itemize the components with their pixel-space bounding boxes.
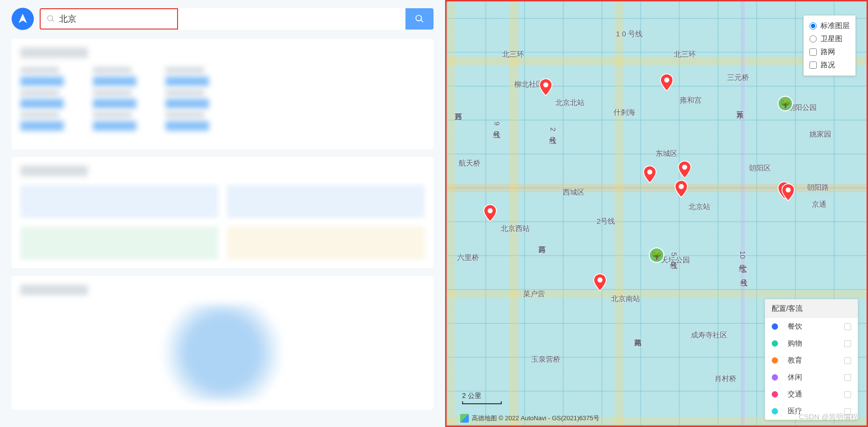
svg-point-5 xyxy=(679,184,684,189)
map-label: 航天桥 xyxy=(459,159,480,168)
svg-point-7 xyxy=(786,187,791,193)
map-panel[interactable]: 北三环柳北社区西三环北京北站什刹海雍和宫北三环三元桥东三环朝阳公园航天桥东城区朝… xyxy=(445,0,868,427)
legend-item[interactable]: 餐饮 xyxy=(765,318,858,335)
legend-dot-icon xyxy=(772,323,778,330)
map-label: 什刹海 xyxy=(614,108,635,117)
search-icon xyxy=(46,15,55,23)
svg-point-8 xyxy=(598,277,603,283)
map-label: 2号线 xyxy=(597,217,615,226)
svg-point-0 xyxy=(543,82,549,88)
map-label: 朝阳区 xyxy=(749,164,771,173)
legend-label: 餐饮 xyxy=(788,322,835,331)
legend-item[interactable]: 休闲 xyxy=(765,369,858,386)
map-label: 9号线 xyxy=(492,122,501,125)
layer-satellite[interactable]: 卫星图 xyxy=(809,32,850,46)
map-label: 北三环 xyxy=(502,50,524,59)
legend-panel: 配置/客流 餐饮购物教育休闲交通医疗 xyxy=(765,299,858,420)
map-label: 北京南站 xyxy=(611,294,640,304)
search-button[interactable] xyxy=(405,8,434,30)
legend-dot-icon xyxy=(772,357,778,364)
map-label: 北京西站 xyxy=(501,224,530,233)
map-label: 北三环 xyxy=(674,50,696,59)
park-icon: 🌳 xyxy=(778,96,793,111)
blurred-title xyxy=(20,47,88,58)
map-label: 1 0 号线 xyxy=(616,30,643,39)
map-label: 5号线 xyxy=(669,252,678,256)
legend-dot-icon xyxy=(772,408,778,414)
watermark: CSDN @简明编程 xyxy=(799,412,858,422)
map-label: 朝阳路 xyxy=(807,183,829,192)
map-label: 东城区 xyxy=(656,149,677,158)
scale-bar: 2 公里 xyxy=(462,392,502,404)
search-bar xyxy=(12,8,434,30)
layer-control[interactable]: 标准图层 卫星图 路网 路况 xyxy=(803,15,856,76)
layer-traffic[interactable]: 路况 xyxy=(809,59,850,72)
legend-dot-icon xyxy=(772,340,778,347)
map-marker[interactable] xyxy=(483,204,497,222)
left-panel xyxy=(0,0,445,427)
svg-point-1 xyxy=(664,77,670,83)
search-input[interactable] xyxy=(59,14,171,24)
search-icon xyxy=(415,14,424,24)
map-label: 肖村桥 xyxy=(715,374,736,383)
app-logo[interactable] xyxy=(12,8,34,30)
layer-standard[interactable]: 标准图层 xyxy=(809,19,850,32)
map-label: 西城区 xyxy=(563,188,584,197)
svg-point-2 xyxy=(488,208,493,214)
map-marker[interactable] xyxy=(781,183,795,201)
map-label: 六里桥 xyxy=(457,253,479,262)
legend-item[interactable]: 购物 xyxy=(765,335,858,352)
map-marker[interactable] xyxy=(643,166,657,183)
park-icon: 🌳 xyxy=(649,247,664,263)
map-label: 北京北站 xyxy=(555,98,584,107)
map-label: 姚家园 xyxy=(809,130,831,139)
svg-point-3 xyxy=(647,169,653,175)
map-label: 玉泉营桥 xyxy=(531,355,560,364)
legend-title: 配置/客流 xyxy=(765,299,858,318)
blurred-title xyxy=(20,166,88,176)
legend-label: 购物 xyxy=(788,339,835,348)
map-label: 14号线 xyxy=(739,265,748,274)
result-card-1 xyxy=(12,39,434,149)
map-marker[interactable] xyxy=(674,180,688,198)
map-attribution: 高德地图 © 2022 AutoNavi - GS(2021)6375号 xyxy=(460,414,599,423)
legend-checkbox[interactable] xyxy=(844,357,851,364)
legend-label: 休闲 xyxy=(788,373,835,382)
map-label: 菜户营 xyxy=(523,290,545,299)
legend-dot-icon xyxy=(772,391,778,397)
map-marker[interactable] xyxy=(678,161,691,178)
blurred-title xyxy=(20,285,88,295)
layer-roadnet[interactable]: 路网 xyxy=(809,46,850,59)
legend-checkbox[interactable] xyxy=(844,391,851,398)
legend-checkbox[interactable] xyxy=(844,374,851,381)
map-marker[interactable] xyxy=(539,78,553,96)
map-label: 北京站 xyxy=(688,202,710,212)
search-extra-space xyxy=(178,8,405,30)
legend-item[interactable]: 教育 xyxy=(765,352,858,369)
search-input-wrap[interactable] xyxy=(40,8,178,30)
map-label: 京通 xyxy=(812,200,826,209)
legend-checkbox[interactable] xyxy=(844,323,851,330)
result-card-2 xyxy=(12,157,434,268)
svg-point-4 xyxy=(682,165,688,170)
map-marker[interactable] xyxy=(593,274,607,291)
legend-label: 教育 xyxy=(788,356,835,365)
amap-logo-icon xyxy=(460,414,469,423)
map-label: 10号线 xyxy=(738,251,747,259)
map-label: 成寿寺社区 xyxy=(691,331,727,340)
map-label: 2号线 xyxy=(548,127,557,131)
legend-checkbox[interactable] xyxy=(844,340,851,347)
result-card-3 xyxy=(12,276,434,410)
legend-dot-icon xyxy=(772,374,778,381)
legend-label: 交通 xyxy=(788,390,835,399)
map-label: 天坛公园 xyxy=(661,256,690,265)
map-label: 雍和宫 xyxy=(680,96,702,105)
map-marker[interactable] xyxy=(660,74,673,91)
map-label: 三元桥 xyxy=(727,73,749,82)
legend-item[interactable]: 交通 xyxy=(765,386,858,403)
